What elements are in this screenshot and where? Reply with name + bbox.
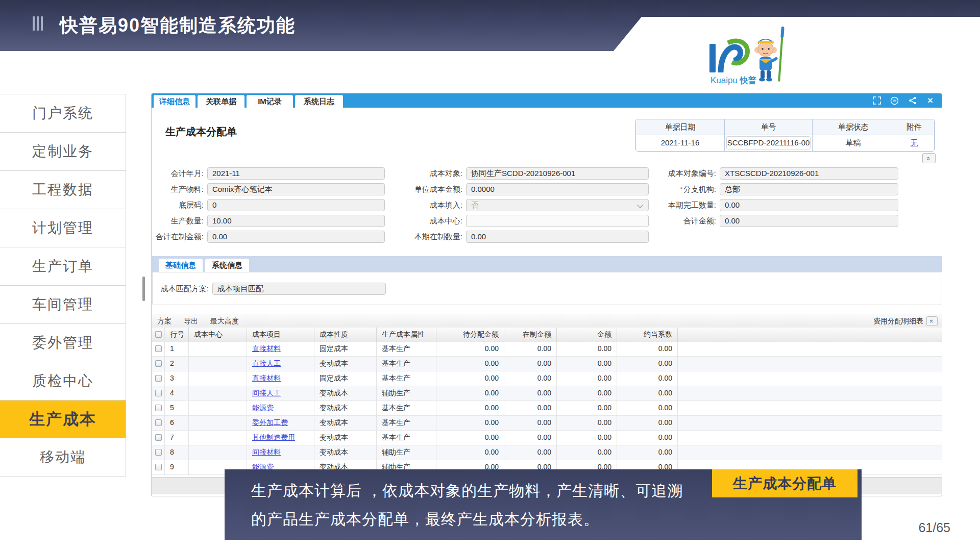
field-input-col3-3[interactable]: 0.00	[720, 199, 898, 211]
cost-item-link[interactable]: 能源费	[252, 404, 274, 412]
grid-cell-no: 1	[165, 342, 189, 356]
field-input-col1-4[interactable]: 10.00	[207, 215, 385, 227]
grid-cell-cost_center	[189, 416, 247, 430]
toolbar-item-1[interactable]: 方案	[157, 317, 172, 326]
sidebar-item-3[interactable]: 工程数据	[0, 171, 126, 209]
base-info-panel: 成本匹配方案: 成本项目匹配	[152, 272, 941, 305]
window-tab-1[interactable]: 详细信息	[154, 95, 195, 108]
collapse-header-button[interactable]: «	[922, 153, 936, 163]
grid-toolbar: 方案导出最大高度 费用分配明细表 «	[152, 314, 942, 329]
grid-cell-attr: 辅助生产	[377, 386, 436, 400]
row-checkbox[interactable]	[155, 449, 162, 456]
sidebar-item-6[interactable]: 车间管理	[0, 286, 126, 324]
grid-cell-amount: 0.00	[557, 431, 617, 445]
row-checkbox[interactable]	[155, 375, 162, 382]
grid-cell-no: 5	[165, 401, 189, 415]
window-tab-2[interactable]: 关联单据	[198, 95, 244, 108]
field-input-col2-1[interactable]: 协同生产SCDD-20210926-001	[466, 167, 649, 180]
grid-cell-amount: 0.00	[557, 416, 617, 430]
row-checkbox[interactable]	[155, 434, 162, 441]
grid-cell-coef: 0.00	[617, 342, 678, 356]
grid-header-cell: 生产成本属性	[377, 328, 436, 342]
app-window: 详细信息关联单据IM记录系统日志 IM × 生产成本分配单 单据日期单号单据状态…	[151, 93, 942, 496]
caption-line2: 的产品生产成本分配单，最终产生成本分析报表。	[251, 509, 599, 530]
field-input-col2-4[interactable]	[466, 215, 649, 227]
doc-info-value: 无	[894, 135, 934, 151]
cost-item-link[interactable]: 直接材料	[252, 374, 281, 382]
toolbar-item-2[interactable]: 导出	[184, 317, 198, 326]
grid-cell-nature: 变动成本	[314, 386, 377, 400]
field-input-col2-5[interactable]: 0.00	[466, 231, 649, 243]
grid-cell-pending: 0.00	[436, 445, 504, 460]
sidebar-item-4[interactable]: 计划管理	[0, 209, 126, 247]
grid-cell-wip: 0.00	[504, 401, 557, 415]
cost-item-link[interactable]: 其他制造费用	[252, 433, 295, 441]
field-input-col1-2[interactable]: Comix齐心笔记本	[207, 183, 385, 195]
sidebar-item-8[interactable]: 质检中心	[0, 362, 126, 400]
grid-cell-attr: 基本生产	[377, 416, 436, 430]
field-input-col2-2[interactable]: 0.0000	[466, 183, 649, 195]
field-input-col1-5[interactable]: 0.00	[207, 231, 385, 243]
sidebar-item-9[interactable]: 生产成本	[0, 400, 126, 438]
cost-item-link[interactable]: 直接材料	[252, 344, 281, 353]
grid-cell-item: 直接材料	[247, 342, 314, 356]
table-row: 6委外加工费变动成本基本生产0.000.000.000.00	[152, 416, 942, 431]
field-input-col1-1[interactable]: 2021-11	[207, 167, 385, 180]
field-label: 成本填入:	[401, 201, 462, 210]
share-icon[interactable]	[908, 96, 917, 105]
table-row: 3直接材料固定成本基本生产0.000.000.000.00	[152, 371, 942, 386]
grid-cell-coef: 0.00	[617, 416, 678, 430]
chevron-down-icon	[637, 202, 643, 208]
fullscreen-icon[interactable]	[872, 96, 881, 105]
field-label: *分支机构:	[655, 185, 716, 194]
field-input-col1-3[interactable]: 0	[207, 199, 385, 211]
collapse-grid-button[interactable]: «	[926, 316, 938, 326]
close-icon[interactable]: ×	[926, 96, 935, 105]
cost-item-link[interactable]: 直接人工	[252, 359, 281, 367]
row-checkbox[interactable]	[155, 405, 162, 411]
field-input-col3-2[interactable]: 总部	[720, 183, 898, 195]
select-all-checkbox[interactable]	[155, 331, 162, 338]
sidebar-item-2[interactable]: 定制业务	[0, 133, 126, 171]
row-checkbox[interactable]	[155, 390, 162, 396]
grid-header-cell: 待分配金额	[436, 328, 504, 342]
row-checkbox[interactable]	[155, 360, 162, 367]
caption-line1: 生产成本计算后 ，依成本对象的生产物料，产生清晰、可追溯	[251, 481, 683, 502]
row-checkbox[interactable]	[155, 464, 162, 470]
cost-item-link[interactable]: 间接材料	[252, 448, 281, 456]
doc-info-header: 单据状态	[813, 119, 894, 135]
window-tab-4[interactable]: 系统日志	[295, 95, 343, 108]
subtab-strip: 基础信息系统信息	[152, 256, 942, 272]
cost-item-link[interactable]: 间接人工	[252, 389, 281, 397]
sidebar-item-10[interactable]: 移动端	[0, 438, 126, 477]
im-icon[interactable]: IM	[890, 96, 899, 105]
grid-cell-wip: 0.00	[504, 357, 557, 371]
field-input-col2-3[interactable]: 否	[466, 199, 649, 211]
grid-cell-no: 8	[165, 445, 189, 460]
field-input-col3-4[interactable]: 0.00	[720, 215, 898, 227]
sidebar-item-7[interactable]: 委外管理	[0, 324, 126, 362]
sidebar-item-5[interactable]: 生产订单	[0, 247, 126, 286]
cost-item-link[interactable]: 委外加工费	[252, 418, 288, 427]
sidebar-item-1[interactable]: 门户系统	[0, 94, 126, 133]
grid-cell-item: 其他制造费用	[247, 431, 314, 445]
row-checkbox[interactable]	[155, 419, 162, 426]
doc-info-value: SCCBFPD-20211116-00	[725, 135, 813, 151]
attachment-link[interactable]: 无	[911, 138, 918, 147]
grid-cell-pending: 0.00	[436, 342, 504, 356]
window-tab-3[interactable]: IM记录	[247, 95, 293, 108]
svg-text:IM: IM	[893, 99, 896, 103]
toolbar-item-3[interactable]: 最大高度	[210, 317, 239, 326]
scrollbar-thumb[interactable]	[142, 277, 145, 301]
grid-cell-amount: 0.00	[557, 401, 617, 415]
grid-cell-pending: 0.00	[436, 401, 504, 415]
field-input-col3-1[interactable]: XTSCSCDD-20210926-001	[720, 167, 898, 180]
grid-cell-pending: 0.00	[436, 371, 504, 386]
subtab-2[interactable]: 系统信息	[205, 259, 249, 272]
grid-cell-no: 2	[165, 357, 189, 371]
grid-header-cell: 约当系数	[617, 328, 678, 342]
grid-cell-wip: 0.00	[504, 386, 557, 400]
row-checkbox[interactable]	[155, 345, 162, 352]
subtab-1[interactable]: 基础信息	[159, 259, 203, 272]
match-scheme-input[interactable]: 成本项目匹配	[212, 283, 386, 295]
